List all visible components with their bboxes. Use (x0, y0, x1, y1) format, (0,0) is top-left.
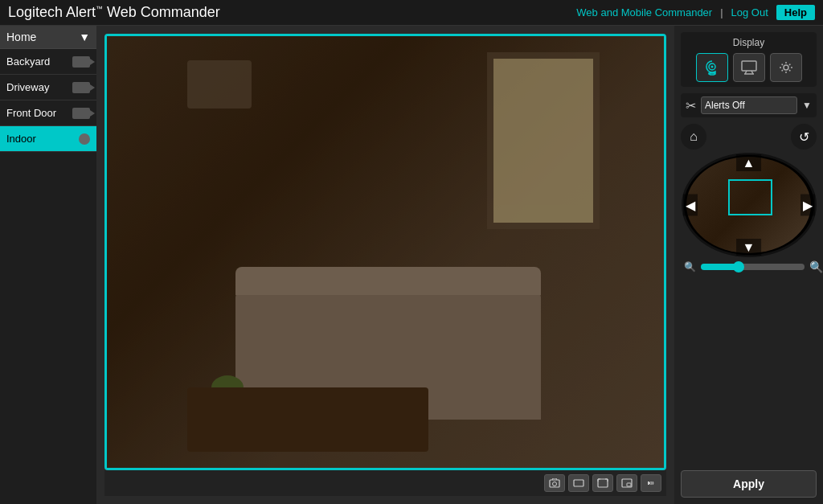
zoom-max-icon: 🔍 (809, 260, 823, 273)
apply-button[interactable]: Apply (681, 470, 817, 498)
alert-icon: ✂ (686, 98, 696, 113)
room-scene (107, 36, 664, 468)
sidebar-home[interactable]: Home ▼ (0, 26, 96, 49)
zoom-row: 🔍 🔍 (681, 260, 817, 273)
svg-point-7 (710, 66, 713, 68)
audio-button[interactable] (641, 474, 661, 492)
display-screen-button[interactable] (733, 53, 765, 82)
svg-rect-8 (742, 61, 756, 71)
sidebar-item-driveway[interactable]: Driveway (0, 75, 96, 100)
home-label: Home (6, 31, 36, 43)
video-overlay (107, 36, 664, 468)
snapshot-button[interactable] (544, 474, 565, 492)
content-area (96, 26, 674, 504)
front-door-label: Front Door (6, 107, 56, 119)
alerts-dropdown[interactable]: Alerts Off Alerts On (701, 96, 797, 114)
indoor-label: Indoor (6, 133, 36, 145)
display-icons-row (686, 53, 812, 82)
pip-button[interactable] (616, 474, 637, 492)
sidebar: Home ▼ Backyard Driveway Front Door Indo… (0, 26, 96, 504)
display-camera-button[interactable] (696, 53, 728, 82)
logout-link[interactable]: Log Out (731, 6, 768, 18)
front-door-camera-icon (72, 108, 90, 119)
title-text: Logitech Alert (8, 4, 96, 20)
title-suffix: Web Commander (103, 4, 220, 20)
video-controls-bar (104, 470, 666, 496)
expand-button[interactable] (592, 474, 613, 492)
help-button[interactable]: Help (776, 5, 815, 20)
header-nav: Web and Mobile Commander | Log Out Help (576, 5, 815, 20)
display-section: Display (681, 32, 817, 87)
indoor-camera-icon (79, 133, 90, 145)
sidebar-item-backyard[interactable]: Backyard (0, 49, 96, 75)
svg-rect-5 (627, 483, 631, 486)
svg-rect-2 (574, 480, 583, 486)
svg-point-1 (553, 482, 557, 486)
backyard-label: Backyard (6, 55, 50, 68)
zoom-min-icon: 🔍 (684, 261, 696, 272)
cam-nav-top-row: ⌂ ↺ (681, 124, 817, 150)
video-feed (107, 36, 664, 468)
spacer (681, 280, 817, 464)
cam-left-arrow[interactable]: ◀ (683, 195, 698, 216)
zoom-slider[interactable] (701, 264, 805, 270)
app-title: Logitech Alert™ Web Commander (8, 4, 220, 21)
sidebar-item-front-door[interactable]: Front Door (0, 100, 96, 126)
cam-selection-box (728, 179, 772, 215)
cam-thumbnail-container: ▲ ◀ ▶ ▼ (682, 153, 817, 257)
title-sup: ™ (96, 5, 103, 13)
driveway-camera-icon (72, 82, 90, 93)
right-panel: Display (674, 26, 823, 504)
rectangle-view-button[interactable] (568, 474, 589, 492)
video-container (104, 34, 666, 470)
nav-separator: | (720, 6, 723, 18)
backyard-camera-icon (72, 56, 90, 68)
svg-rect-3 (598, 479, 608, 487)
sidebar-item-indoor[interactable]: Indoor (0, 126, 96, 152)
cam-home-button[interactable]: ⌂ (681, 124, 706, 150)
cam-down-arrow[interactable]: ▼ (736, 239, 762, 256)
cam-refresh-button[interactable]: ↺ (791, 124, 817, 150)
home-dropdown-arrow: ▼ (79, 31, 90, 43)
web-mobile-link[interactable]: Web and Mobile Commander (576, 6, 712, 18)
alerts-row: ✂ Alerts Off Alerts On ▼ (681, 93, 817, 117)
driveway-label: Driveway (6, 81, 49, 93)
main-layout: Home ▼ Backyard Driveway Front Door Indo… (0, 26, 823, 504)
display-settings-button[interactable] (770, 53, 802, 82)
alerts-dropdown-arrow: ▼ (802, 100, 812, 111)
display-title: Display (686, 37, 812, 48)
cam-up-arrow[interactable]: ▲ (736, 154, 762, 171)
header: Logitech Alert™ Web Commander Web and Mo… (0, 0, 823, 26)
svg-point-12 (784, 65, 788, 70)
cam-right-arrow[interactable]: ▶ (800, 195, 815, 216)
camera-nav: ⌂ ↺ ▲ ◀ ▶ ▼ (681, 124, 817, 273)
